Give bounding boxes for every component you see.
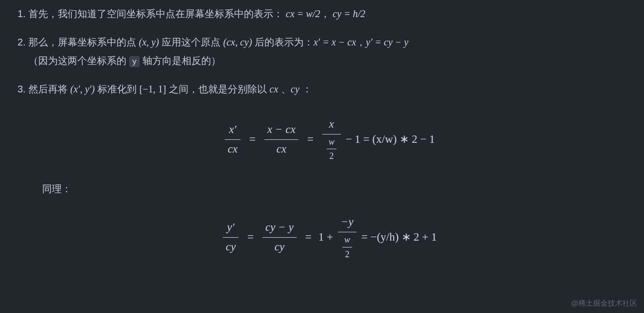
item3-m4: cy [291, 84, 300, 94]
watermark: @稀土掘金技术社区 [571, 297, 637, 309]
item3-m1: (x′, y′) [71, 84, 95, 94]
item1-sep: ， [320, 8, 330, 19]
f1-frac1: x′ cx [225, 121, 240, 158]
item3-t2: 标准化到 [95, 84, 139, 94]
formula-2: y′ cy = cy − y cy = 1 + −y w 2 = −(y/h) … [28, 213, 629, 261]
f1-frac3: x w 2 [322, 115, 341, 163]
item3-t3: 之间，也就是分别除以 [166, 84, 269, 94]
item2-t3: 后的表示为： [252, 37, 314, 47]
item3-m3: cx [269, 84, 278, 94]
item2-t2: 应用这个原点 [159, 37, 223, 47]
item3-t4: 、 [278, 84, 291, 94]
item1-text: 首先，我们知道了空间坐标系中点在屏幕坐标系中的表示： [28, 8, 283, 19]
item2-sep: ， [356, 37, 366, 47]
f2-mid: 1 + [318, 231, 333, 243]
list-item-1: 首先，我们知道了空间坐标系中点在屏幕坐标系中的表示： cx = w/2， cy … [28, 6, 629, 22]
item2-line2a: （因为这两个坐标系的 [28, 55, 129, 66]
item3-t1: 然后再将 [28, 84, 71, 94]
item1-math-a: cx = w/2 [286, 8, 320, 19]
item2-m1: (x, y) [139, 37, 159, 47]
f2-frac1: y′ cy [223, 219, 239, 256]
item2-t1: 那么，屏幕坐标系中的点 [28, 37, 139, 47]
item3-m2: [−1, 1] [140, 84, 167, 94]
code-y: y [129, 56, 140, 67]
formula-1: x′ cx = x − cx cx = x w 2 − 1 = (x/w) ∗ … [28, 115, 629, 163]
f2-tail: = −(y/h) ∗ 2 + 1 [361, 231, 437, 243]
item2-line2: （因为这两个坐标系的 y 轴方向是相反的） [28, 53, 629, 68]
item2-m2: (cx, cy) [223, 37, 252, 47]
document-body: 首先，我们知道了空间坐标系中点在屏幕坐标系中的表示： cx = w/2， cy … [0, 0, 644, 279]
item2-m3: x′ = x − cx [313, 37, 356, 47]
ordered-list: 首先，我们知道了空间坐标系中点在屏幕坐标系中的表示： cx = w/2， cy … [15, 6, 629, 261]
list-item-2: 那么，屏幕坐标系中的点 (x, y) 应用这个原点 (cx, cy) 后的表示为… [28, 34, 629, 68]
f1-tail: − 1 = (x/w) ∗ 2 − 1 [346, 133, 435, 145]
item1-math-b: cy = h/2 [333, 8, 365, 19]
f1-frac2: x − cx cx [264, 121, 299, 158]
f2-frac3: −y w 2 [338, 213, 357, 261]
item2-m4: y′ = cy − y [366, 37, 408, 47]
f2-frac2: cy − y cy [262, 219, 297, 256]
list-item-3: 然后再将 (x′, y′) 标准化到 [−1, 1] 之间，也就是分别除以 cx… [28, 81, 629, 261]
same-reason: 同理： [42, 181, 629, 197]
item3-t5: ： [299, 84, 312, 94]
item2-line2b: 轴方向是相反的） [140, 55, 221, 66]
